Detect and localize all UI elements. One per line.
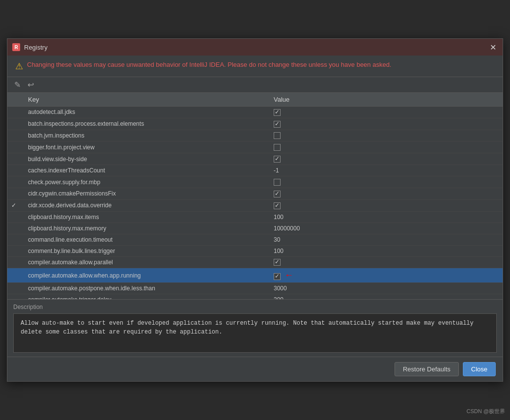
table-row[interactable]: clipboard.history.max.items100	[7, 211, 503, 223]
row-key: bigger.font.in.project.view	[22, 141, 268, 153]
table-row[interactable]: compiler.automake.trigger.delay300	[7, 294, 503, 299]
restore-defaults-button[interactable]: Restore Defaults	[395, 362, 459, 376]
row-key: check.power.supply.for.mbp	[22, 176, 268, 188]
reset-button[interactable]: ↩	[26, 79, 36, 90]
table-row[interactable]: comment.by.line.bulk.lines.trigger100	[7, 245, 503, 256]
row-key: compiler.automake.allow.parallel	[22, 256, 268, 268]
app-icon: R	[12, 43, 20, 51]
registry-dialog: R Registry ✕ ⚠ Changing these values may…	[7, 38, 503, 382]
close-icon[interactable]: ✕	[488, 42, 498, 52]
row-checkbox[interactable]	[274, 202, 281, 209]
table-header: Key Value	[7, 93, 503, 107]
row-value: 30	[268, 234, 503, 245]
row-checkbox[interactable]	[274, 259, 281, 266]
table-row[interactable]: cidr.cygwin.cmakePermissionsFix	[7, 188, 503, 199]
dialog-title: Registry	[24, 44, 48, 51]
row-value[interactable]	[268, 199, 503, 211]
row-indicator	[7, 283, 22, 294]
row-value[interactable]	[268, 153, 503, 165]
registry-table-container[interactable]: Key Value autodetect.all.jdksbatch.inspe…	[7, 93, 503, 299]
row-indicator: ✓	[7, 199, 22, 211]
row-checkbox[interactable]	[274, 273, 281, 280]
description-section: Description Allow auto-make to start eve…	[7, 299, 503, 357]
row-value: -1	[268, 165, 503, 176]
row-checkbox[interactable]	[274, 179, 281, 186]
row-checkbox[interactable]	[274, 132, 281, 139]
row-indicator	[7, 118, 22, 130]
row-value[interactable]	[268, 256, 503, 268]
row-indicator	[7, 223, 22, 234]
row-key: autodetect.all.jdks	[22, 107, 268, 118]
table-row[interactable]: check.power.supply.for.mbp	[7, 176, 503, 188]
row-checkbox[interactable]	[274, 109, 281, 116]
row-value[interactable]	[268, 130, 503, 141]
row-value: 100	[268, 211, 503, 223]
row-indicator	[7, 107, 22, 118]
warning-icon: ⚠	[15, 61, 23, 72]
description-label: Description	[13, 304, 497, 310]
key-col-header: Key	[22, 93, 268, 107]
row-value[interactable]: ←	[268, 268, 503, 283]
table-row[interactable]: compiler.automake.allow.when.app.running…	[7, 268, 503, 283]
value-col-header: Value	[268, 93, 503, 107]
table-row[interactable]: build.view.side-by-side	[7, 153, 503, 165]
row-checkbox[interactable]	[274, 191, 281, 197]
row-indicator	[7, 188, 22, 199]
row-value: 3000	[268, 283, 503, 294]
row-key: batch.jvm.inspections	[22, 130, 268, 141]
row-indicator	[7, 153, 22, 165]
table-row[interactable]: batch.jvm.inspections	[7, 130, 503, 141]
row-indicator	[7, 130, 22, 141]
row-key: build.view.side-by-side	[22, 153, 268, 165]
table-row[interactable]: bigger.font.in.project.view	[7, 141, 503, 153]
watermark: CSDN @极世界	[467, 408, 505, 415]
row-checkbox[interactable]	[274, 121, 281, 128]
row-indicator	[7, 211, 22, 223]
table-row[interactable]: autodetect.all.jdks	[7, 107, 503, 118]
row-indicator	[7, 268, 22, 283]
table-row[interactable]: caches.indexerThreadsCount-1	[7, 165, 503, 176]
row-indicator	[7, 141, 22, 153]
row-key: cidr.cygwin.cmakePermissionsFix	[22, 188, 268, 199]
table-row[interactable]: clipboard.history.max.memory10000000	[7, 223, 503, 234]
row-key: batch.inspections.process.external.eleme…	[22, 118, 268, 130]
row-value[interactable]	[268, 118, 503, 130]
row-indicator	[7, 234, 22, 245]
indicator-col-header	[7, 93, 22, 107]
row-key: compiler.automake.postpone.when.idle.les…	[22, 283, 268, 294]
title-bar-left: R Registry	[12, 43, 48, 51]
row-key: compiler.automake.trigger.delay	[22, 294, 268, 299]
arrow-indicator: ←	[284, 270, 293, 280]
table-row[interactable]: compiler.automake.postpone.when.idle.les…	[7, 283, 503, 294]
registry-table: Key Value autodetect.all.jdksbatch.inspe…	[7, 93, 503, 299]
row-indicator	[7, 294, 22, 299]
close-button[interactable]: Close	[463, 362, 496, 376]
warning-bar: ⚠ Changing these values may cause unwant…	[7, 56, 503, 77]
row-indicator	[7, 256, 22, 268]
table-row[interactable]: compiler.automake.allow.parallel	[7, 256, 503, 268]
table-row[interactable]: command.line.execution.timeout30	[7, 234, 503, 245]
footer: Restore Defaults Close	[7, 357, 503, 381]
row-key: clipboard.history.max.memory	[22, 223, 268, 234]
table-row[interactable]: batch.inspections.process.external.eleme…	[7, 118, 503, 130]
row-checkbox[interactable]	[274, 156, 281, 163]
row-key: clipboard.history.max.items	[22, 211, 268, 223]
row-key: comment.by.line.bulk.lines.trigger	[22, 245, 268, 256]
warning-text: Changing these values may cause unwanted…	[27, 60, 391, 69]
row-indicator	[7, 176, 22, 188]
row-value[interactable]	[268, 176, 503, 188]
row-value[interactable]	[268, 141, 503, 153]
toolbar: ✎ ↩	[7, 77, 503, 93]
row-checkbox[interactable]	[274, 144, 281, 151]
row-value: 10000000	[268, 223, 503, 234]
row-value[interactable]	[268, 188, 503, 199]
title-bar: R Registry ✕	[7, 39, 503, 56]
description-content: Allow auto-make to start even if develop…	[21, 320, 474, 336]
table-row[interactable]: ✓cidr.xcode.derived.data.override	[7, 199, 503, 211]
description-text: Allow auto-make to start even if develop…	[13, 313, 497, 353]
row-value: 100	[268, 245, 503, 256]
edit-button[interactable]: ✎	[12, 79, 23, 90]
row-indicator	[7, 245, 22, 256]
row-key: caches.indexerThreadsCount	[22, 165, 268, 176]
row-value[interactable]	[268, 107, 503, 118]
